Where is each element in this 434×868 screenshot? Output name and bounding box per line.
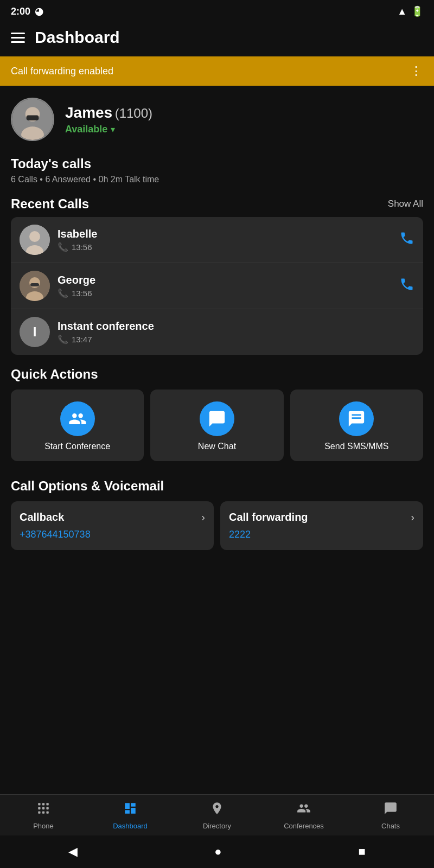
chevron-down-icon: ▾ [111,124,115,135]
callback-header: Callback › [20,511,205,524]
call-options-section: Call Options & Voicemail Callback › +387… [0,467,434,556]
recent-button[interactable]: ■ [359,845,366,859]
todays-calls-title: Today's calls [11,156,423,171]
nav-item-dashboard[interactable]: Dashboard [87,801,174,830]
new-chat-button[interactable]: New Chat [150,390,283,461]
call-phone-button[interactable] [399,231,414,250]
call-forwarding-arrow: › [411,511,414,524]
conferences-nav-label: Conferences [284,822,324,830]
svg-point-5 [29,231,40,242]
wifi-icon: ▲ [397,6,407,17]
recent-calls-header: Recent Calls Show All [0,187,434,217]
call-meta: 📞 13:47 [58,334,414,344]
banner-text: Call forwarding enabled [11,66,113,77]
todays-calls-section: Today's calls 6 Calls • 6 Answered • 0h … [0,146,434,187]
profile-status[interactable]: Available ▾ [65,124,152,135]
call-info-isabelle: Isabelle 📞 13:56 [50,228,399,252]
profile-section: James (1100) Available ▾ [0,86,434,146]
start-conference-button[interactable]: Start Conference [11,390,144,461]
nav-item-directory[interactable]: Directory [174,801,260,830]
back-button[interactable]: ◀ [68,845,78,859]
call-info-instant-conference: Instant conference 📞 13:47 [50,320,414,344]
conferences-nav-icon [297,801,311,819]
callback-title: Callback [20,511,64,524]
call-info-george: George 📞 13:56 [50,274,399,298]
call-name: Instant conference [58,320,414,333]
svg-rect-11 [38,803,40,805]
call-meta: 📞 13:56 [58,242,399,252]
call-item-isabelle[interactable]: Isabelle 📞 13:56 [11,217,423,263]
dashboard-nav-icon [123,801,137,819]
chats-nav-label: Chats [381,822,400,830]
header: Dashboard [0,21,434,56]
call-options-grid: Callback › +387644150738 Call forwarding… [11,501,423,550]
svg-rect-14 [42,803,44,805]
phone-nav-icon [36,801,50,819]
quick-actions-grid: Start Conference New Chat Send SMS/MMS [11,390,423,461]
calls-list: Isabelle 📞 13:56 George 📞 [11,217,423,355]
start-conference-label: Start Conference [44,442,110,451]
callback-card[interactable]: Callback › +387644150738 [11,501,214,550]
show-all-button[interactable]: Show All [388,199,423,209]
chat-icon-circle [200,401,234,436]
chats-nav-icon [384,801,398,819]
phone-nav-label: Phone [33,822,54,830]
call-avatar-isabelle [20,225,50,255]
send-sms-button[interactable]: Send SMS/MMS [290,390,423,461]
send-sms-label: Send SMS/MMS [324,442,388,451]
status-icons: ▲ 🔋 [397,5,423,17]
avatar [11,98,54,141]
call-item-instant-conference[interactable]: I Instant conference 📞 13:47 [11,309,423,355]
svg-rect-18 [46,807,48,809]
home-button[interactable]: ● [214,845,221,859]
call-forwarding-title: Call forwarding [229,511,308,524]
todays-calls-stats: 6 Calls • 6 Answered • 0h 2m Talk time [11,175,423,184]
sms-icon-circle [339,401,374,436]
hamburger-line [11,33,25,34]
svg-rect-13 [38,811,40,813]
time: 2:00 [11,6,30,17]
directory-nav-icon [210,801,224,819]
call-item-george[interactable]: George 📞 13:56 [11,263,423,309]
svg-rect-10 [30,283,39,286]
call-avatar-instant: I [20,317,50,347]
quick-actions-title: Quick Actions [11,367,423,382]
svg-rect-17 [46,803,48,805]
call-forwarding-banner[interactable]: Call forwarding enabled ⋮ [0,56,434,86]
svg-rect-19 [46,811,48,813]
status-label: Available [65,124,107,135]
call-forwarding-card[interactable]: Call forwarding › 2222 [220,501,423,550]
bottom-nav: Phone Dashboard Directory Conferences [0,794,434,835]
android-nav-bar: ◀ ● ■ [0,835,434,868]
conference-icon-circle [60,401,95,436]
status-bar: 2:00 ◕ ▲ 🔋 [0,0,434,21]
recent-calls-title: Recent Calls [11,196,89,212]
call-name: Isabelle [58,228,399,240]
profile-extension: (1100) [115,106,152,120]
header-title: Dashboard [35,28,120,47]
callback-value: +387644150738 [20,529,205,540]
new-chat-label: New Chat [198,442,236,451]
call-forwarding-value: 2222 [229,529,414,540]
call-phone-button[interactable] [399,277,414,296]
dashboard-nav-label: Dashboard [113,822,148,830]
call-avatar-george [20,271,50,301]
hamburger-menu[interactable] [11,33,25,43]
callback-arrow: › [201,511,205,524]
nav-item-chats[interactable]: Chats [347,801,434,830]
nav-item-conferences[interactable]: Conferences [260,801,347,830]
directory-nav-label: Directory [203,822,231,830]
svg-rect-16 [42,811,44,813]
call-forwarding-header: Call forwarding › [229,511,414,524]
svg-rect-3 [27,115,39,120]
banner-more-icon[interactable]: ⋮ [410,64,423,78]
call-options-title: Call Options & Voicemail [11,478,423,494]
incoming-call-icon: 📞 [58,288,68,298]
call-time: 13:47 [72,335,92,344]
nav-item-phone[interactable]: Phone [0,801,87,830]
call-name: George [58,274,399,286]
incoming-call-icon: 📞 [58,242,68,252]
call-time: 13:56 [72,242,92,252]
profile-name: James [65,104,112,121]
hamburger-line [11,41,25,43]
